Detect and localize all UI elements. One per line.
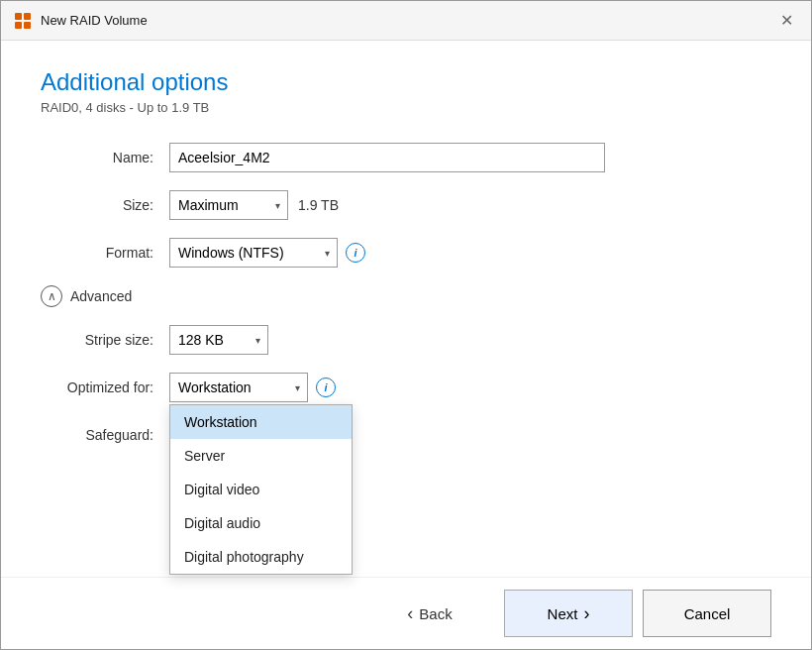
raid-icon (13, 11, 33, 31)
safeguard-row: Safeguard: Standard ▾ i (41, 420, 771, 450)
safeguard-label: Safeguard: (41, 427, 169, 443)
dropdown-item-workstation[interactable]: Workstation (170, 405, 352, 439)
advanced-toggle[interactable]: ∧ Advanced (41, 285, 771, 307)
advanced-toggle-icon: ∧ (41, 285, 62, 307)
advanced-section: ∧ Advanced Stripe size: 128 KB ▾ Optimiz… (41, 285, 771, 450)
svg-rect-0 (15, 13, 22, 20)
size-select-wrapper: Maximum ▾ (169, 190, 288, 220)
footer: ‹ Back Next › Cancel (1, 577, 811, 649)
svg-rect-2 (15, 22, 22, 29)
page-subtitle: RAID0, 4 disks - Up to 1.9 TB (41, 100, 771, 115)
next-label: Next (548, 605, 578, 622)
dropdown-item-digital-audio[interactable]: Digital audio (170, 506, 352, 540)
dropdown-item-digital-video[interactable]: Digital video (170, 473, 352, 506)
size-select[interactable]: Maximum (169, 190, 288, 220)
next-chevron-icon: › (583, 603, 589, 624)
cancel-button[interactable]: Cancel (643, 590, 771, 637)
format-info-icon[interactable]: i (346, 243, 365, 263)
stripe-select[interactable]: 128 KB (169, 325, 268, 355)
dropdown-item-server[interactable]: Server (170, 439, 352, 473)
size-label: Size: (41, 197, 169, 213)
name-row: Name: (41, 143, 771, 172)
cancel-label: Cancel (684, 605, 731, 622)
titlebar: New RAID Volume ✕ (1, 1, 811, 41)
back-label: Back (419, 605, 452, 622)
back-button[interactable]: ‹ Back (365, 590, 494, 637)
stripe-row: Stripe size: 128 KB ▾ (41, 325, 771, 355)
optimized-select-wrapper: Workstation Server Digital video Digital… (169, 373, 308, 402)
name-label: Name: (41, 150, 169, 165)
format-select-wrapper: Windows (NTFS) ▾ (169, 238, 338, 268)
svg-rect-1 (24, 13, 31, 20)
format-select[interactable]: Windows (NTFS) (169, 238, 338, 268)
content-area: Additional options RAID0, 4 disks - Up t… (1, 41, 811, 577)
stripe-label: Stripe size: (41, 332, 169, 348)
optimized-select[interactable]: Workstation Server Digital video Digital… (169, 373, 308, 402)
svg-rect-3 (24, 22, 31, 29)
dialog-window: New RAID Volume ✕ Additional options RAI… (0, 0, 812, 650)
size-row: Size: Maximum ▾ 1.9 TB (41, 190, 771, 220)
size-unit: 1.9 TB (298, 197, 339, 213)
optimized-row: Optimized for: Workstation Server Digita… (41, 373, 771, 402)
back-chevron-icon: ‹ (407, 603, 413, 624)
stripe-select-wrapper: 128 KB ▾ (169, 325, 268, 355)
advanced-label: Advanced (70, 288, 132, 304)
name-input[interactable] (169, 143, 605, 172)
optimized-dropdown-container: Workstation Server Digital video Digital… (169, 373, 308, 402)
page-title: Additional options (41, 68, 771, 96)
format-row: Format: Windows (NTFS) ▾ i (41, 238, 771, 268)
titlebar-left: New RAID Volume (13, 11, 148, 31)
titlebar-title: New RAID Volume (41, 13, 148, 28)
format-label: Format: (41, 245, 169, 261)
optimized-label: Optimized for: (41, 379, 169, 395)
optimized-dropdown-menu: Workstation Server Digital video Digital… (169, 404, 353, 575)
next-button[interactable]: Next › (504, 590, 633, 637)
close-button[interactable]: ✕ (774, 9, 799, 32)
optimized-info-icon[interactable]: i (316, 378, 336, 397)
dropdown-item-digital-photography[interactable]: Digital photography (170, 540, 352, 574)
